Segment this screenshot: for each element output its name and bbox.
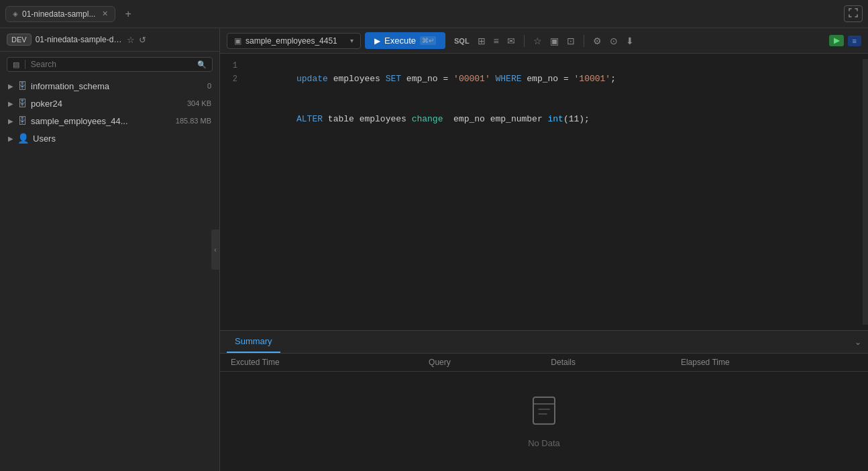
tab-summary-label: Summary: [235, 336, 272, 346]
search-input[interactable]: [31, 60, 194, 69]
bottom-tabs: Summary ⌄: [220, 331, 868, 354]
tree-size: 304 KB: [187, 99, 211, 107]
editor-toolbar: ▣ sample_employees_4451 ▾ ▶ Execute ⌘↵ S…: [220, 28, 868, 54]
semicolon-1: ;: [610, 74, 616, 84]
tab-icon: ◈: [13, 10, 18, 17]
kw-int: int: [548, 114, 563, 124]
col-elapsed-time: Elapsed Time: [670, 354, 868, 372]
table-icon[interactable]: ≡: [492, 34, 501, 48]
line-number-2: 2: [220, 72, 237, 86]
format-icon[interactable]: ⊞: [476, 34, 488, 48]
no-data-icon: [528, 395, 560, 433]
db-selector-label: sample_employees_4451: [246, 36, 337, 46]
kw-set: SET: [386, 74, 401, 84]
kw-emp-no2: emp_no =: [522, 74, 574, 84]
user-icon: 👤: [17, 133, 29, 144]
sidebar-header: DEV 01-ninedata-sample-data... ☆ ↺: [0, 28, 219, 52]
main-tab[interactable]: ◈ 01-ninedata-sampl... ✕: [5, 6, 115, 22]
fullscreen-button[interactable]: [844, 5, 863, 22]
add-tab-button[interactable]: +: [121, 7, 135, 21]
grid-icon[interactable]: ▣: [548, 34, 561, 48]
mail-icon[interactable]: ✉: [505, 34, 517, 48]
chevron-down-icon[interactable]: ⌄: [855, 337, 861, 347]
execute-button[interactable]: ▶ Execute ⌘↵: [365, 32, 445, 49]
chevron-right-icon: ▶: [8, 100, 13, 107]
kw-space2: [490, 74, 496, 84]
col-excuted-time: Excuted Time: [220, 354, 418, 372]
tree-item-users[interactable]: ▶ 👤 Users: [0, 129, 219, 147]
search-icon: 🔍: [197, 60, 207, 69]
divider: [25, 60, 25, 69]
editor-area[interactable]: 1 2 update employees SET emp_no = '00001…: [220, 54, 868, 330]
table-header-row: Excuted Time Query Details Elapsed Time: [220, 354, 868, 372]
kw-emp-no: emp_no =: [401, 74, 453, 84]
search-container: ▤ 🔍: [0, 52, 219, 77]
tree-count: 0: [207, 82, 211, 90]
settings-icon[interactable]: ⚙: [591, 34, 604, 48]
toolbar-separator: [524, 35, 525, 47]
kw-emp-fields: emp_no emp_number: [443, 114, 547, 124]
download-icon[interactable]: ⬇: [624, 34, 636, 48]
tab-close-button[interactable]: ✕: [102, 9, 108, 18]
line-numbers: 1 2: [220, 59, 244, 325]
sql-icon[interactable]: SQL: [452, 35, 472, 47]
tab-summary[interactable]: Summary: [227, 331, 280, 353]
tree-item-information-schema[interactable]: ▶ 🗄 information_schema 0: [0, 77, 219, 95]
no-data-area: No Data: [220, 372, 868, 471]
kw-employees: employees: [360, 114, 406, 124]
tree-item-sample-employees[interactable]: ▶ 🗄 sample_employees_44... 185.83 MB: [0, 112, 219, 129]
editor-scrollbar[interactable]: [863, 59, 868, 325]
tab-label: 01-ninedata-sampl...: [22, 9, 95, 19]
star-icon[interactable]: ☆: [127, 35, 135, 45]
col-details: Details: [540, 354, 670, 372]
green-badge: ▶: [829, 35, 844, 46]
db-selector[interactable]: ▣ sample_employees_4451 ▾: [227, 33, 361, 49]
kw-table: table: [323, 114, 360, 124]
play-icon: ▶: [374, 36, 380, 46]
chevron-right-icon: ▶: [8, 117, 13, 125]
result-table: Excuted Time Query Details Elapsed Time: [220, 354, 868, 372]
line-number-1: 1: [220, 59, 237, 72]
filter-icon: ▤: [13, 60, 19, 69]
bottom-panel: Summary ⌄ Excuted Time Query Details Ela…: [220, 330, 868, 471]
star-icon[interactable]: ☆: [531, 34, 544, 48]
tree-label: information_schema: [31, 81, 203, 91]
kw-alter: ALTER: [296, 114, 323, 124]
env-badge: DEV: [7, 34, 32, 46]
tree-item-poker24[interactable]: ▶ 🗄 poker24 304 KB: [0, 95, 219, 112]
blue-badge: ≡: [848, 36, 861, 46]
main-layout: DEV 01-ninedata-sample-data... ☆ ↺ ▤ 🔍 ▶…: [0, 28, 868, 471]
tree-label: Users: [33, 134, 211, 144]
db-icon: 🗄: [17, 98, 27, 109]
code-line-1: update employees SET emp_no = '00001' WH…: [244, 59, 863, 99]
kw-update: update: [296, 74, 328, 84]
col-query: Query: [418, 354, 540, 372]
db-icon: 🗄: [17, 115, 27, 126]
sidebar-collapse-handle[interactable]: ‹: [211, 229, 219, 270]
kw-change: change: [406, 114, 443, 124]
env-label: DEV: [11, 36, 27, 44]
code-line-2: ALTER table employees change emp_no emp_…: [244, 99, 863, 140]
db-icon: 🗄: [17, 81, 27, 91]
toolbar-icons: SQL ⊞ ≡ ✉ ☆ ▣ ⊡: [452, 34, 577, 48]
title-bar: ◈ 01-ninedata-sampl... ✕ +: [0, 0, 868, 28]
connection-breadcrumb: 01-ninedata-sample-data...: [36, 35, 123, 44]
search-box[interactable]: ▤ 🔍: [7, 57, 213, 72]
refresh-icon[interactable]: ↺: [139, 35, 146, 45]
kw-where: WHERE: [496, 74, 522, 84]
kw-space: employees: [328, 74, 386, 84]
db-selector-icon: ▣: [234, 36, 241, 46]
str-00001: '00001': [453, 74, 490, 84]
tree-label: poker24: [31, 99, 183, 109]
execute-label: Execute: [384, 36, 416, 46]
code-lines[interactable]: update employees SET emp_no = '00001' WH…: [244, 59, 863, 325]
execute-shortcut: ⌘↵: [420, 36, 436, 45]
toolbar-separator-2: [584, 35, 584, 47]
user-circle-icon[interactable]: ⊙: [608, 34, 620, 48]
tree-label: sample_employees_44...: [31, 116, 172, 126]
layout-icon[interactable]: ⊡: [565, 34, 577, 48]
tree-size: 185.83 MB: [176, 117, 211, 125]
sidebar: DEV 01-ninedata-sample-data... ☆ ↺ ▤ 🔍 ▶…: [0, 28, 220, 471]
dropdown-arrow-icon: ▾: [350, 37, 354, 44]
right-panel: ▣ sample_employees_4451 ▾ ▶ Execute ⌘↵ S…: [220, 28, 868, 471]
